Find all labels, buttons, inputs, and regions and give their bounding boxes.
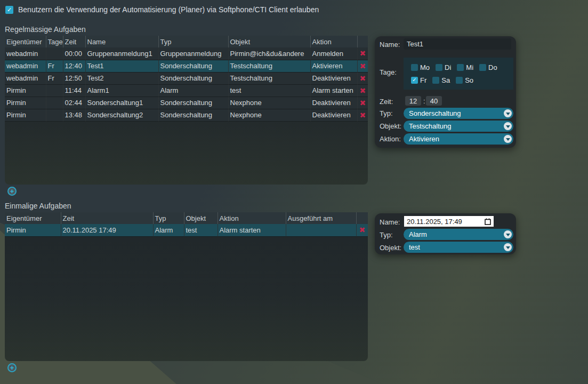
table-row[interactable]: webadmin00:00Gruppenanmeldung1Gruppenanm…: [5, 47, 368, 60]
table-cell: Sonderschaltung2: [85, 109, 158, 121]
days-row-1: MoDiMiDo: [411, 63, 513, 71]
table-cell: webadmin: [5, 72, 46, 84]
add-single-task-button[interactable]: +: [7, 363, 17, 372]
day-label: Do: [488, 63, 497, 71]
day-label: Mi: [466, 63, 473, 71]
table-cell: Sonderschaltung: [158, 60, 228, 72]
table-row[interactable]: Pirmin20.11.2025 17:49AlarmtestAlarm sta…: [5, 224, 368, 236]
delete-cell: ✖: [357, 84, 368, 97]
table-row[interactable]: Pirmin02:44Sonderschaltung1Sonderschaltu…: [5, 97, 368, 109]
day-checkbox-fr[interactable]: [411, 77, 418, 84]
regular-tasks-column-header[interactable]: Aktion: [310, 36, 357, 47]
day-label: Di: [445, 63, 451, 71]
table-cell: Nexphone: [228, 109, 310, 121]
table-cell: test: [184, 224, 218, 236]
single-tasks-column-header[interactable]: Typ: [153, 212, 184, 224]
allow-automation-checkbox[interactable]: [5, 6, 13, 14]
table-cell: Pirmin@ich&du&andere: [228, 47, 310, 60]
chevron-down-icon: [504, 122, 512, 130]
single-tasks-column-header[interactable]: Ausgeführt am: [286, 212, 356, 224]
delete-task-button[interactable]: ✖: [359, 86, 366, 95]
table-cell: [46, 97, 63, 109]
table-cell: 11:44: [63, 84, 85, 97]
table-cell: Testschaltung: [228, 60, 310, 72]
day-checkbox-mi[interactable]: [457, 64, 464, 71]
day-label: Mo: [420, 63, 430, 71]
table-cell: 12:50: [63, 72, 85, 84]
table-cell: Anmelden: [310, 47, 357, 60]
table-row[interactable]: Pirmin13:48Sonderschaltung2Sonderschaltu…: [5, 109, 368, 121]
table-cell: Aktivieren: [310, 60, 357, 72]
regular-tasks-column-header[interactable]: Name: [85, 36, 158, 47]
objekt-label: Objekt:: [380, 122, 401, 130]
chevron-down-icon: [504, 243, 512, 251]
typ-select[interactable]: Sonderschaltung: [404, 108, 513, 119]
table-cell: Test2: [85, 72, 158, 84]
single-tasks-column-header[interactable]: Eigentümer: [5, 212, 61, 224]
delete-task-button[interactable]: ✖: [359, 62, 366, 70]
day-item-sa: Sa: [432, 76, 450, 84]
objekt-select[interactable]: Testschaltung: [404, 121, 513, 132]
table-cell: Gruppenanmeldung: [158, 47, 228, 60]
regular-tasks-column-header[interactable]: Typ: [158, 36, 228, 47]
table-cell: webadmin: [5, 47, 46, 60]
regular-tasks-header-row: EigentümerTageZeitNameTypObjektAktion: [5, 36, 368, 47]
table-cell: Sonderschaltung1: [85, 97, 158, 109]
table-cell: Fr: [46, 72, 63, 84]
day-checkbox-do[interactable]: [479, 64, 486, 71]
delete-cell: ✖: [357, 60, 368, 72]
table-row[interactable]: webadminFr12:40Test1SonderschaltungTests…: [5, 60, 368, 72]
delete-task-button[interactable]: ✖: [359, 99, 366, 107]
plus-icon: +: [10, 364, 14, 371]
table-cell: [46, 47, 63, 60]
datetime-input[interactable]: 20.11.2025, 17:49: [404, 216, 494, 227]
regular-tasks-column-header[interactable]: Tage: [46, 36, 63, 47]
table-cell: Testschaltung: [228, 72, 310, 84]
day-checkbox-mo[interactable]: [411, 64, 418, 71]
delete-task-button[interactable]: ✖: [359, 49, 366, 58]
add-regular-task-button[interactable]: +: [7, 187, 17, 196]
regular-tasks-column-header[interactable]: Eigentümer: [5, 36, 46, 47]
delete-task-button[interactable]: ✖: [359, 111, 366, 119]
day-checkbox-di[interactable]: [436, 64, 442, 71]
delete-task-button[interactable]: ✖: [359, 226, 365, 234]
single-tasks-header-row: EigentümerZeitTypObjektAktionAusgeführt …: [5, 212, 368, 224]
regular-tasks-column-header[interactable]: Objekt: [228, 36, 310, 47]
calendar-icon: [485, 218, 491, 225]
regular-task-form: Name: Test1 Tage: MoDiMiDo FrSaSo Zeit: …: [375, 36, 516, 148]
table-cell: 12:40: [63, 60, 85, 72]
hour-input[interactable]: 12: [405, 96, 421, 106]
regular-tasks-column-header[interactable]: Zeit: [63, 36, 85, 47]
single-tasks-column-header[interactable]: Aktion: [218, 212, 286, 224]
delete-task-button[interactable]: ✖: [359, 74, 366, 83]
name-label: Name:: [380, 41, 400, 49]
delete-cell: ✖: [357, 109, 368, 121]
aktion-label: Aktion:: [380, 135, 401, 143]
delete-cell: ✖: [357, 47, 368, 60]
table-row[interactable]: webadminFr12:50Test2SonderschaltungTests…: [5, 72, 368, 84]
aktion-select[interactable]: Aktivieren: [404, 133, 513, 145]
table-cell: Alarm: [153, 224, 184, 236]
delete-cell: ✖: [356, 224, 368, 236]
typ-label: Typ:: [380, 231, 393, 239]
table-cell: 13:48: [63, 109, 85, 121]
single-tasks-title: Einmalige Aufgaben: [5, 202, 71, 210]
name-input[interactable]: Test1: [404, 38, 511, 50]
day-label: Sa: [441, 76, 450, 84]
single-tasks-column-header[interactable]: Objekt: [184, 212, 218, 224]
typ-select[interactable]: Alarm: [404, 229, 513, 240]
single-tasks-column-header[interactable]: Zeit: [61, 212, 153, 224]
regular-tasks-table: EigentümerTageZeitNameTypObjektAktion we…: [5, 36, 368, 185]
table-cell: Gruppenanmeldung1: [85, 47, 158, 60]
minute-input[interactable]: 40: [426, 96, 442, 106]
day-checkbox-sa[interactable]: [432, 77, 439, 84]
table-cell: test: [228, 84, 310, 97]
objekt-select[interactable]: test: [404, 242, 513, 253]
day-checkbox-so[interactable]: [456, 77, 463, 84]
table-cell: Pirmin: [5, 224, 61, 236]
day-item-mi: Mi: [457, 63, 473, 71]
day-item-fr: Fr: [411, 76, 426, 84]
table-row[interactable]: Pirmin11:44Alarm1AlarmtestAlarm starten✖: [5, 84, 368, 97]
table-cell: Deaktivieren: [310, 97, 357, 109]
table-cell: Deaktivieren: [310, 109, 357, 121]
